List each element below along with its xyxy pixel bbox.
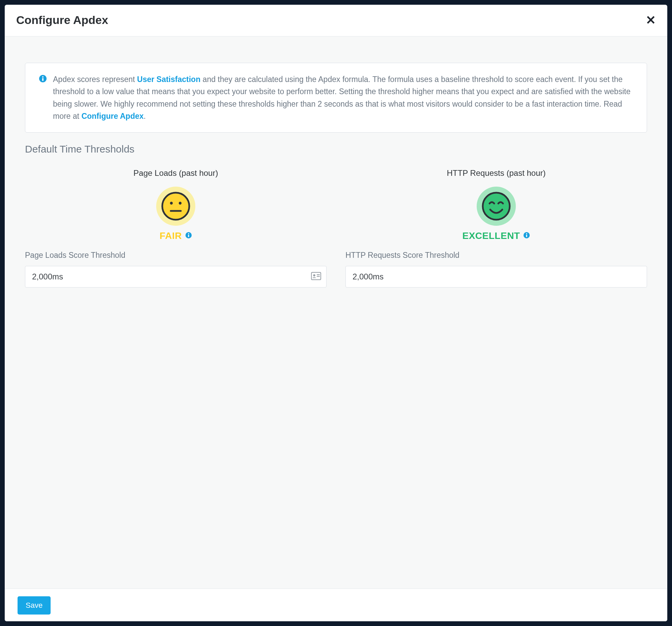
svg-point-9 <box>188 233 189 235</box>
http-requests-input-wrap <box>345 266 647 287</box>
svg-point-1 <box>42 76 44 78</box>
svg-point-4 <box>162 193 189 220</box>
info-box: Apdex scores represent User Satisfaction… <box>25 63 647 133</box>
svg-rect-2 <box>42 78 44 81</box>
page-loads-column: Page Loads (past hour) FAIR <box>25 168 327 287</box>
http-requests-info-icon[interactable] <box>523 232 530 240</box>
page-loads-rating: FAIR <box>160 231 182 241</box>
page-loads-title: Page Loads (past hour) <box>134 168 218 178</box>
configure-apdex-link[interactable]: Configure Apdex <box>81 112 143 120</box>
contact-card-icon <box>311 272 321 281</box>
http-requests-rating: EXCELLENT <box>462 231 520 241</box>
modal-header: Configure Apdex ✕ <box>5 5 667 37</box>
svg-rect-10 <box>188 235 189 237</box>
excellent-face-icon <box>476 186 517 227</box>
http-requests-rating-row: EXCELLENT <box>462 231 530 241</box>
page-loads-rating-row: FAIR <box>160 231 192 241</box>
modal-body: Apdex scores represent User Satisfaction… <box>5 37 667 589</box>
svg-rect-19 <box>526 235 527 237</box>
info-text: Apdex scores represent User Satisfaction… <box>53 73 634 122</box>
svg-point-18 <box>526 233 528 235</box>
svg-point-12 <box>313 274 315 276</box>
page-loads-threshold-input[interactable] <box>25 266 327 287</box>
svg-point-5 <box>170 202 173 205</box>
modal-footer: Save <box>5 589 667 621</box>
info-text-post: . <box>144 112 146 120</box>
svg-point-6 <box>179 202 182 205</box>
http-requests-title: HTTP Requests (past hour) <box>447 168 546 178</box>
section-title: Default Time Thresholds <box>25 143 647 155</box>
fair-face-icon <box>155 186 196 227</box>
close-icon[interactable]: ✕ <box>646 14 656 26</box>
threshold-columns: Page Loads (past hour) FAIR <box>25 168 647 287</box>
http-requests-field-label: HTTP Requests Score Threshold <box>345 251 459 260</box>
user-satisfaction-link[interactable]: User Satisfaction <box>137 75 200 84</box>
save-button[interactable]: Save <box>18 596 51 615</box>
configure-apdex-modal: Configure Apdex ✕ Apdex scores represent… <box>5 5 667 621</box>
info-icon <box>39 75 47 84</box>
info-text-pre: Apdex scores represent <box>53 75 137 84</box>
page-loads-input-wrap <box>25 266 327 287</box>
svg-point-16 <box>483 193 510 220</box>
http-requests-threshold-input[interactable] <box>345 266 647 287</box>
page-loads-field-label: Page Loads Score Threshold <box>25 251 125 260</box>
modal-title: Configure Apdex <box>16 14 108 27</box>
http-requests-column: HTTP Requests (past hour) EXCELLENT <box>345 168 647 287</box>
page-loads-info-icon[interactable] <box>185 232 192 240</box>
